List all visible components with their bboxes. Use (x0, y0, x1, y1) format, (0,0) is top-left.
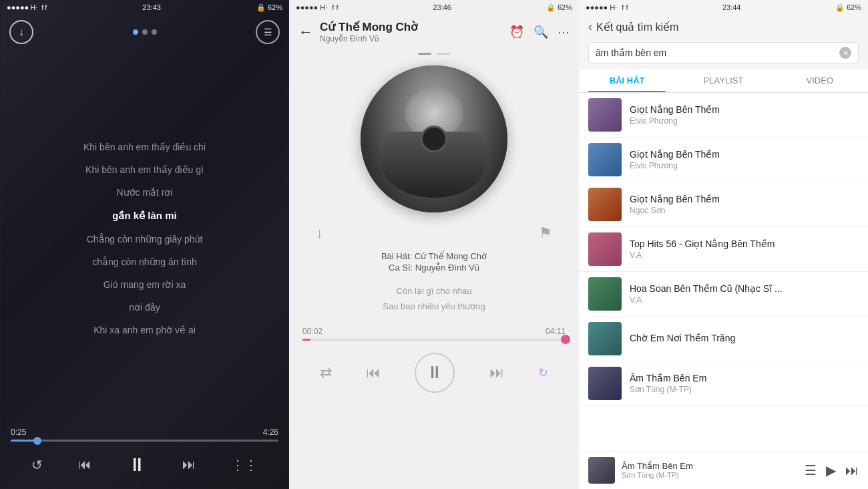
panel-song-detail: ●●●●● H· f f 23:46 🔒 62% ← Cứ Thế Mong C… (289, 0, 579, 489)
p2-time-current: 00:02 (302, 327, 322, 336)
playlist-button[interactable]: ☰ (256, 20, 280, 44)
result-artist: V.A (630, 295, 859, 305)
fb-icon-5: f (622, 3, 624, 11)
lock-icon-1: 🔒 (256, 3, 266, 11)
bottom-playlist-button[interactable]: ☰ (805, 462, 817, 478)
p2-lyrics-line2: Sau bao nhiêu yêu thương (289, 299, 579, 314)
p2-time-total: 04:11 (546, 327, 566, 336)
dot-3 (152, 29, 157, 35)
result-artist: Sơn Tùng (M-TP) (630, 385, 859, 394)
result-title: Giọt Nắng Bên Thềm (630, 104, 859, 115)
tab-bai-hat[interactable]: BÀI HÁT (579, 69, 675, 92)
alarm-icon[interactable]: ⏰ (509, 25, 524, 39)
result-thumbnail (588, 367, 622, 400)
more-icon[interactable]: ⋯ (558, 25, 570, 39)
result-thumbnail (588, 322, 622, 355)
result-item[interactable]: Hoa Soan Bên Thềm Cũ (Nhạc Sĩ ... V.A (579, 272, 868, 317)
p2-next-button[interactable]: ⏭ (489, 364, 504, 381)
result-thumbnail (588, 277, 622, 311)
p2-info-line1: Bài Hát: Cứ Thế Mong Chờ (289, 251, 579, 261)
result-title: Giọt Nắng Bên Thềm (630, 149, 859, 160)
p2-pause-button[interactable]: ⏸ (415, 353, 455, 393)
p2-info-line2: Ca Sĩ: Nguyễn Đình Vũ (289, 263, 579, 273)
lyric-line: chẳng còn những ân tình (92, 257, 197, 267)
bottom-play-button[interactable]: ▶ (826, 462, 836, 478)
flag-icon[interactable]: ⚑ (539, 224, 552, 242)
tab-video[interactable]: VIDEO (772, 69, 868, 92)
result-title: Chờ Em Nơi Thềm Trăng (630, 333, 859, 343)
bottom-next-button[interactable]: ⏭ (845, 463, 859, 478)
next-button[interactable]: ⏭ (182, 457, 196, 472)
album-art (361, 65, 507, 212)
p3-page-title: Kết quả tìm kiếm (596, 21, 678, 33)
p2-repeat-button[interactable]: ↻ (538, 365, 548, 380)
pause-button[interactable]: ⏸ (128, 454, 146, 476)
p1-time-total: 4:26 (263, 428, 278, 437)
result-thumbnail (588, 188, 622, 221)
carrier-label-2: H· (320, 3, 327, 11)
result-info: Giọt Nắng Bên Thềm Elvis Phương (630, 104, 859, 126)
p2-action-row: ↓ ⚑ (289, 219, 579, 247)
dot-2 (142, 29, 148, 35)
download-button[interactable]: ↓ (9, 20, 33, 44)
p2-thumb (561, 335, 570, 344)
p3-back-button[interactable]: ‹ (588, 20, 592, 34)
p3-header: ‹ Kết quả tìm kiếm (579, 15, 868, 39)
result-artist: Ngọc Sơn (630, 206, 859, 215)
p2-shuffle-button[interactable]: ⇄ (320, 364, 332, 381)
clear-search-button[interactable]: ✕ (839, 47, 851, 59)
fb-icon-6: f (626, 3, 628, 11)
search-tabs: BÀI HÁT PLAYLIST VIDEO (579, 69, 868, 93)
p2-progress-dots (289, 49, 579, 59)
result-info: Hoa Soan Bên Thềm Cũ (Nhạc Sĩ ... V.A (630, 283, 859, 305)
result-title: Âm Thầm Bên Em (630, 373, 859, 383)
signal-3: ●●●●● H· f f (586, 3, 628, 11)
clock-3: 23:44 (722, 3, 741, 11)
bottom-song-title: Âm Thầm Bên Em (622, 461, 798, 471)
battery-area-2: 🔒 62% (546, 3, 572, 12)
repeat-button[interactable]: ↺ (31, 457, 43, 473)
p1-progress-area: 0:25 4:26 (0, 428, 289, 447)
signal-2: ●●●●● H· f f (296, 3, 339, 11)
lyric-line: nơi đây (129, 302, 160, 313)
p2-lyrics-preview: Còn lại gì cho nhau Sau bao nhiêu yêu th… (289, 277, 579, 321)
carrier-label-3: H· (610, 3, 617, 11)
prev-button[interactable]: ⏮ (78, 457, 91, 472)
result-item[interactable]: Giọt Nắng Bên Thềm Ngọc Sơn (579, 182, 868, 227)
result-item[interactable]: Chờ Em Nơi Thềm Trăng (579, 317, 868, 361)
tab-playlist[interactable]: PLAYLIST (675, 69, 771, 92)
p2-time-row: 00:02 04:11 (302, 327, 566, 336)
lyric-line: Gió mang em rời xa (103, 279, 186, 290)
queue-button[interactable]: ⋮⋮ (231, 457, 258, 473)
p2-back-button[interactable]: ← (298, 23, 313, 41)
result-item[interactable]: Âm Thầm Bên Em Sơn Tùng (M-TP) (579, 361, 868, 406)
p1-time-current: 0:25 (11, 428, 26, 437)
result-item[interactable]: Top Hits 56 - Giọt Nắng Bên Thềm V.A (579, 227, 868, 272)
result-item[interactable]: Giọt Nắng Bên Thềm Elvis Phương (579, 93, 868, 138)
battery-area-3: 🔒 62% (835, 3, 861, 12)
download-icon[interactable]: ↓ (316, 224, 323, 242)
p2-main-controls: ⇄ ⏮ ⏸ ⏭ ↻ (289, 346, 579, 399)
p2-lyrics-line1: Còn lại gì cho nhau (289, 283, 579, 299)
search-icon[interactable]: 🔍 (533, 25, 548, 39)
p1-progress-bar[interactable] (11, 440, 278, 442)
result-item[interactable]: Giọt Nắng Bên Thềm Elvis Phương (579, 138, 868, 182)
lyrics-area: Khi bên anh em thấy điều chi Khi bên anh… (0, 49, 289, 428)
p2-progress-bar[interactable] (302, 339, 566, 341)
signal-1: ●●●●● H· f f (7, 3, 47, 11)
p2-prev-button[interactable]: ⏮ (366, 364, 381, 381)
result-thumbnail (588, 232, 622, 266)
p2-header: ← Cứ Thế Mong Chờ Nguyễn Đình Vũ ⏰ 🔍 ⋯ (289, 15, 579, 49)
result-info: Giọt Nắng Bên Thềm Elvis Phương (630, 149, 859, 170)
lock-icon-2: 🔒 (546, 3, 556, 11)
p2-song-title: Cứ Thế Mong Chờ (320, 20, 503, 34)
status-bar-1: ●●●●● H· f f 23:43 🔒 62% (0, 0, 289, 15)
search-results-list: Giọt Nắng Bên Thềm Elvis Phương Giọt Nắn… (579, 93, 868, 451)
result-info: Top Hits 56 - Giọt Nắng Bên Thềm V.A (630, 238, 859, 260)
result-title: Top Hits 56 - Giọt Nắng Bên Thềm (630, 238, 859, 249)
pdot-2 (437, 53, 450, 55)
bottom-controls: ☰ ▶ ⏭ (805, 462, 859, 478)
lyric-line: Khi bên anh em thấy điều gì (85, 164, 204, 175)
search-input[interactable] (596, 47, 839, 58)
panel-lyrics-player: ●●●●● H· f f 23:43 🔒 62% ↓ ☰ Khi bên anh (0, 0, 289, 489)
